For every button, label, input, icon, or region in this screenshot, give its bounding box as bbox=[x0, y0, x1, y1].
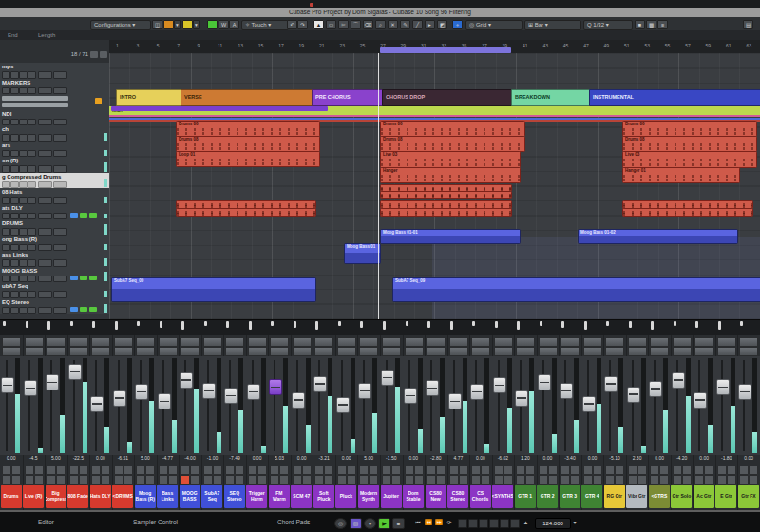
channel-monitor-button[interactable] bbox=[11, 475, 21, 484]
monitor-button[interactable] bbox=[28, 276, 36, 283]
monitor-button[interactable] bbox=[28, 259, 36, 267]
channel-solo-button[interactable] bbox=[369, 466, 378, 475]
track-row[interactable]: MOOG BASS bbox=[0, 267, 109, 284]
zoom-tool[interactable]: ⌕ bbox=[375, 20, 386, 29]
channel-record-button[interactable] bbox=[471, 475, 481, 484]
channel-solo-button[interactable] bbox=[682, 466, 692, 475]
track-mini-dropdown-2[interactable] bbox=[53, 291, 67, 298]
solo-button[interactable] bbox=[10, 87, 19, 95]
channel-name-label[interactable]: Live (R) bbox=[23, 484, 44, 508]
track-mini-dropdown[interactable] bbox=[38, 87, 52, 95]
channel-monitor-button[interactable] bbox=[504, 475, 513, 484]
mixer-channel[interactable]: 5.00Modern Synth bbox=[357, 320, 381, 511]
channel-insert-button[interactable] bbox=[180, 347, 200, 356]
eq-active-chip[interactable] bbox=[80, 276, 87, 281]
channel-mute-button[interactable] bbox=[180, 466, 190, 475]
channel-solo-button[interactable] bbox=[637, 466, 647, 475]
rack-scroll-thumb[interactable] bbox=[26, 321, 28, 328]
rack-scroll-thumb[interactable] bbox=[606, 321, 609, 326]
channel-record-button[interactable] bbox=[2, 475, 11, 484]
track-row[interactable]: ubA7 Seq bbox=[0, 282, 109, 299]
channel-insert-button[interactable] bbox=[405, 347, 424, 356]
channel-insert-button[interactable] bbox=[203, 347, 222, 356]
mute-button[interactable] bbox=[2, 276, 10, 283]
fader-handle[interactable] bbox=[269, 379, 282, 395]
channel-insert-button[interactable] bbox=[382, 347, 401, 356]
solo-button[interactable] bbox=[10, 181, 19, 189]
rack-scroll-thumb[interactable] bbox=[3, 321, 6, 326]
red-clip[interactable] bbox=[176, 208, 316, 217]
channel-record-button[interactable] bbox=[25, 475, 34, 484]
red-clip[interactable]: Hanger bbox=[380, 167, 521, 183]
channel-insert-button[interactable] bbox=[359, 347, 378, 356]
track-mini-dropdown[interactable] bbox=[38, 134, 52, 142]
channel-insert-button[interactable] bbox=[427, 347, 446, 356]
mixer-channel[interactable]: -6.51<DRUMS bbox=[112, 320, 136, 511]
track-row[interactable]: 08 Hats bbox=[0, 188, 109, 205]
channel-monitor-button[interactable] bbox=[279, 475, 289, 484]
channel-mute-button[interactable] bbox=[694, 466, 704, 475]
channel-mute-button[interactable] bbox=[471, 466, 481, 475]
track-mini-dropdown-2[interactable] bbox=[53, 181, 67, 189]
solo-button[interactable] bbox=[10, 213, 19, 220]
rack-scroll-thumb[interactable] bbox=[428, 321, 430, 328]
channel-routing-button[interactable] bbox=[159, 337, 178, 347]
channel-solo-button[interactable] bbox=[257, 466, 267, 475]
channel-record-button[interactable] bbox=[114, 475, 124, 484]
rack-scroll-thumb[interactable] bbox=[204, 321, 207, 326]
fader-handle[interactable] bbox=[224, 388, 238, 404]
rack-scroll-thumb[interactable] bbox=[695, 321, 698, 328]
erase-tool[interactable]: ⌫ bbox=[363, 20, 373, 29]
fader-handle[interactable] bbox=[649, 381, 662, 397]
channel-monitor-button[interactable] bbox=[101, 475, 110, 484]
fader-handle[interactable] bbox=[202, 383, 216, 399]
mute-button[interactable] bbox=[2, 259, 10, 267]
mixer-channel[interactable]: 0.00Dom Stable bbox=[403, 320, 427, 511]
channel-record-button[interactable] bbox=[91, 475, 101, 484]
channel-record-button[interactable] bbox=[69, 475, 79, 484]
monitor-button[interactable] bbox=[28, 181, 36, 189]
channel-insert-button[interactable] bbox=[739, 347, 758, 356]
fader-handle[interactable] bbox=[24, 380, 37, 396]
mixer-channel[interactable]: -2.80CS80 New bbox=[425, 320, 448, 511]
channel-insert-button[interactable] bbox=[449, 347, 468, 356]
monitor-button[interactable] bbox=[28, 291, 36, 298]
channel-routing-button[interactable] bbox=[359, 337, 378, 347]
channel-insert-button[interactable] bbox=[605, 347, 624, 356]
routing-rec-icon[interactable] bbox=[95, 98, 102, 104]
track-mini-dropdown-2[interactable] bbox=[53, 71, 67, 79]
fader-handle[interactable] bbox=[694, 392, 707, 408]
record-arm-button[interactable] bbox=[19, 213, 28, 220]
marker-intro[interactable]: INTRO bbox=[116, 89, 185, 106]
marker-pre-chorus[interactable]: PRE CHORUS bbox=[312, 89, 387, 106]
channel-monitor-button[interactable] bbox=[324, 475, 333, 484]
mute-button[interactable] bbox=[2, 87, 10, 95]
track-mini-dropdown[interactable] bbox=[38, 150, 52, 158]
channel-name-label[interactable]: Drums bbox=[1, 484, 22, 508]
tempo-display[interactable]: 124.000 bbox=[535, 518, 571, 529]
channel-name-label[interactable]: Gtr Solo bbox=[671, 484, 692, 508]
channel-routing-button[interactable] bbox=[2, 337, 21, 347]
fader-handle[interactable] bbox=[247, 384, 260, 400]
channel-routing-button[interactable] bbox=[449, 337, 468, 347]
channel-solo-button[interactable] bbox=[459, 466, 468, 475]
channel-routing-button[interactable] bbox=[717, 337, 736, 347]
channel-mute-button[interactable] bbox=[114, 466, 124, 475]
mixer-channel[interactable]: -7.49SEQ Stereo bbox=[223, 320, 247, 511]
track-mini-dropdown-2[interactable] bbox=[53, 150, 67, 158]
track-mini-dropdown-2[interactable] bbox=[53, 259, 67, 267]
mixer-channel[interactable]: -1.50Jupiter bbox=[380, 320, 404, 511]
folder-chevron-icon[interactable]: ▾ bbox=[193, 20, 200, 29]
channel-solo-button[interactable] bbox=[525, 466, 535, 475]
mixer-channel[interactable]: 0.00CS Chords bbox=[469, 320, 493, 511]
track-row[interactable]: ars bbox=[0, 142, 109, 159]
channel-name-label[interactable]: GTR 4 bbox=[581, 484, 602, 508]
snap-toggle-icon[interactable]: ⌖ bbox=[452, 20, 463, 29]
eq-active-chip[interactable] bbox=[80, 307, 87, 313]
mixer-channel[interactable]: 0.00Ac Gtr bbox=[693, 320, 716, 511]
automation-read-button[interactable]: A bbox=[229, 20, 239, 29]
channel-mute-button[interactable] bbox=[225, 466, 235, 475]
channel-record-button[interactable] bbox=[427, 475, 436, 484]
channel-solo-button[interactable] bbox=[414, 466, 424, 475]
fader-handle[interactable] bbox=[493, 377, 506, 393]
